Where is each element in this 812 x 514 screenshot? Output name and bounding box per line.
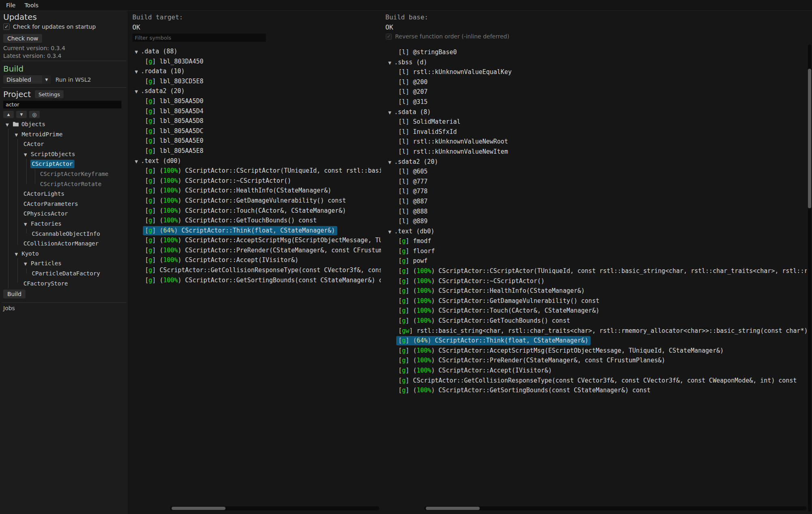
symbol-row[interactable]: [g] (100%) CScriptActor::GetTouchBounds(…	[132, 216, 381, 226]
symbol-row[interactable]: [l] @207	[386, 87, 807, 97]
symbol-row[interactable]: [g] (100%) CScriptActor::Accept(IVisitor…	[386, 366, 807, 376]
symbol-row[interactable]: [l] @stringBase0	[386, 47, 807, 57]
expand-all-button[interactable]: ▼	[16, 111, 27, 118]
build-target-panel: Build target: OK ▼.data (88)[g] lbl_803D…	[128, 11, 381, 514]
symbol-row[interactable]: [g] (100%) CScriptActor::GetSortingBound…	[386, 385, 807, 396]
symbol-row[interactable]: [g] (100%) CScriptActor::PreRender(CStat…	[132, 245, 381, 256]
symbol-row[interactable]: [g] (100%) CScriptActor::Touch(CActor&, …	[132, 206, 381, 216]
symbol-row[interactable]: [l] @888	[386, 207, 807, 217]
symbol-row[interactable]: [g] (100%) CScriptActor::HealthInfo(CSta…	[386, 286, 807, 296]
tree-folder-metroidprime[interactable]: ▼MetroidPrime	[0, 129, 128, 140]
symbol-row[interactable]: [g] (100%) CScriptActor::GetTouchBounds(…	[386, 316, 807, 326]
tree-folder-objects[interactable]: ▼Objects	[0, 119, 128, 129]
checkbox-checked-icon[interactable]: ✓	[3, 23, 10, 30]
symbol-row[interactable]: [l] rstl::kUnknownValueEqualKey	[386, 67, 807, 77]
base-horizontal-scrollbar-track[interactable]	[424, 506, 807, 510]
tree-item-ccollisionactormanager[interactable]: CCollisionActorManager	[0, 239, 128, 249]
symbol-scope-flag: l	[402, 49, 406, 56]
symbol-row[interactable]: [g] lbl_805AA5D4	[132, 106, 381, 116]
symbol-row[interactable]: [g] (100%) CScriptActor::~CScriptActor()	[132, 176, 381, 186]
tree-item-cscriptactor[interactable]: CScriptActor	[0, 159, 128, 169]
symbol-text: [g] (100%) CScriptActor::GetTouchBounds(…	[145, 217, 317, 224]
symbol-row[interactable]: [g] (100%) CScriptActor::Touch(CActor&, …	[386, 306, 807, 316]
locate-current-object-button[interactable]: ◎	[29, 111, 40, 118]
symbol-row[interactable]: [g] powf	[386, 256, 807, 266]
build-button[interactable]: Build	[3, 290, 26, 298]
filter-symbols-input[interactable]	[132, 34, 266, 42]
target-horizontal-scrollbar-thumb[interactable]	[172, 507, 225, 510]
symbol-row[interactable]: [l] SolidMaterial	[386, 117, 807, 127]
tree-folder-kyoto[interactable]: ▼Kyoto	[0, 249, 128, 259]
symbol-text: [l] rstl::kUnknownValueNewRoot	[398, 138, 508, 145]
tree-item-cscriptactorkeyframe[interactable]: CScriptActorKeyframe	[0, 169, 128, 179]
symbol-row[interactable]: [g] lbl_803DA450	[132, 57, 381, 67]
symbol-row[interactable]: [l] @605	[386, 167, 807, 177]
symbol-row[interactable]: [g] (64%) CScriptActor::Think(float, CSt…	[386, 336, 807, 346]
symbol-row[interactable]: [g] floorf	[386, 246, 807, 256]
symbol-name: lbl_805AA5E8	[159, 147, 203, 154]
section-row[interactable]: ▼.text (d00)	[132, 156, 381, 166]
check-updates-checkbox[interactable]: ✓ Check for updates on startup	[3, 23, 96, 30]
symbol-row[interactable]: [l] @889	[386, 216, 807, 226]
symbol-row[interactable]: [g] (100%) CScriptActor::GetDamageVulner…	[386, 296, 807, 306]
tree-item-cactor[interactable]: CActor	[0, 139, 128, 149]
build-mode-dropdown[interactable]: Disabled ▼	[3, 75, 51, 84]
symbol-row[interactable]: [g] lbl_805AA5D8	[132, 116, 381, 126]
tree-item-cparticledatafactory[interactable]: CParticleDataFactory	[0, 269, 128, 279]
section-row[interactable]: ▼.rodata (10)	[132, 66, 381, 76]
symbol-row[interactable]: [g] (100%) CScriptActor::CScriptActor(TU…	[386, 266, 807, 276]
symbol-row[interactable]: [gw] rstl::basic_string<char, rstl::char…	[386, 326, 807, 336]
vertical-scrollbar-thumb[interactable]	[808, 69, 811, 208]
tree-item-cphysicsactor[interactable]: CPhysicsActor	[0, 209, 128, 219]
menu-file[interactable]: File	[2, 1, 20, 10]
section-row[interactable]: ▼.text (db0)	[386, 226, 807, 237]
symbol-row[interactable]: [g] fmodf	[386, 236, 807, 246]
section-row[interactable]: ▼.sdata (8)	[386, 107, 807, 117]
symbol-row[interactable]: [g] (100%) CScriptActor::AcceptScriptMsg…	[386, 346, 807, 356]
tree-item-cactorlights[interactable]: CActorLights	[0, 189, 128, 199]
symbol-row[interactable]: [g] (100%) CScriptActor::HealthInfo(CSta…	[132, 186, 381, 196]
symbol-row[interactable]: [l] rstl::kUnknownValueNewItem	[386, 147, 807, 157]
symbol-row[interactable]: [g] (100%) CScriptActor::GetDamageVulner…	[132, 196, 381, 206]
tree-item-cactorparameters[interactable]: CActorParameters	[0, 199, 128, 209]
symbol-row[interactable]: [l] @200	[386, 77, 807, 87]
base-horizontal-scrollbar-thumb[interactable]	[426, 507, 480, 510]
project-filter-input[interactable]	[3, 101, 121, 108]
section-row[interactable]: ▼.data (88)	[132, 47, 381, 57]
symbol-row[interactable]: [g] (100%) CScriptActor::~CScriptActor()	[386, 276, 807, 286]
collapse-all-button[interactable]: ▲	[3, 111, 14, 118]
menu-tools[interactable]: Tools	[20, 1, 43, 10]
symbol-row[interactable]: [g] lbl_805AA5DC	[132, 126, 381, 136]
check-now-button[interactable]: Check now	[3, 34, 42, 43]
section-row[interactable]: ▼.sdata2 (20)	[386, 157, 807, 167]
symbol-row[interactable]: [l] @777	[386, 177, 807, 187]
symbol-row[interactable]: [g] CScriptActor::GetCollisionResponseTy…	[132, 265, 381, 275]
symbol-row[interactable]: [g] lbl_805AA5D0	[132, 96, 381, 106]
symbol-row[interactable]: [l] @315	[386, 97, 807, 107]
symbol-row[interactable]: [g] (100%) CScriptActor::AcceptScriptMsg…	[132, 235, 381, 245]
project-settings-button[interactable]: Settings	[35, 90, 64, 98]
tree-item-cfactorystore[interactable]: CFactoryStore	[0, 279, 128, 289]
section-row[interactable]: ▼.sbss (d)	[386, 57, 807, 68]
symbol-row[interactable]: [g] lbl_805AA5E0	[132, 136, 381, 146]
symbol-row[interactable]: [l] @778	[386, 186, 807, 197]
tree-folder-particles[interactable]: ▼Particles	[0, 258, 128, 269]
symbol-row[interactable]: [g] (64%) CScriptActor::Think(float, CSt…	[132, 226, 381, 236]
symbol-row[interactable]: [g] CScriptActor::GetCollisionResponseTy…	[386, 376, 807, 386]
tree-item-cscriptactorrotate[interactable]: CScriptActorRotate	[0, 179, 128, 189]
symbol-row[interactable]: [g] (100%) CScriptActor::CScriptActor(TU…	[132, 166, 381, 176]
symbol-row[interactable]: [g] (100%) CScriptActor::GetSortingBound…	[132, 275, 381, 286]
symbol-row[interactable]: [g] (100%) CScriptActor::PreRender(CStat…	[386, 355, 807, 366]
symbol-row[interactable]: [g] lbl_803CD5E8	[132, 76, 381, 87]
section-row[interactable]: ▼.sdata2 (20)	[132, 86, 381, 96]
symbol-row[interactable]: [l] rstl::kUnknownValueNewRoot	[386, 137, 807, 147]
tree-item-cscannableobjectinfo[interactable]: CScannableObjectInfo	[0, 229, 128, 239]
reverse-function-order-checkbox[interactable]: ✓ Reverse function order (-inline deferr…	[386, 33, 509, 40]
symbol-name: CScriptActor::GetCollisionResponseType(c…	[159, 267, 381, 274]
tree-folder-factories[interactable]: ▼Factories	[0, 219, 128, 229]
symbol-row[interactable]: [l] InvalidSfxId	[386, 127, 807, 137]
symbol-row[interactable]: [g] lbl_805AA5E8	[132, 146, 381, 156]
symbol-row[interactable]: [g] (100%) CScriptActor::Accept(IVisitor…	[132, 255, 381, 265]
symbol-row[interactable]: [l] @887	[386, 197, 807, 207]
tree-folder-scriptobjects[interactable]: ▼ScriptObjects	[0, 149, 128, 159]
